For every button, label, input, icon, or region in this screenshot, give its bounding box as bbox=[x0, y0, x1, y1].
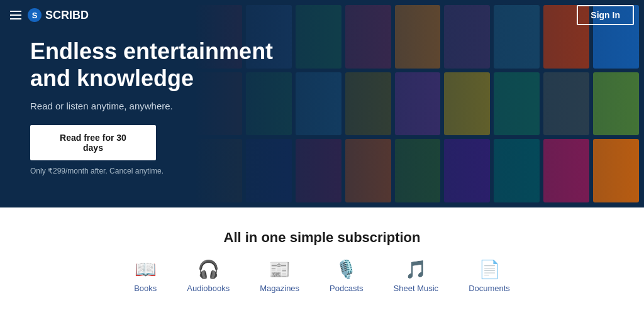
audiobooks-label: Audiobooks bbox=[187, 284, 230, 293]
books-label: Books bbox=[134, 284, 157, 293]
category-audiobooks[interactable]: 🎧Audiobooks bbox=[187, 261, 230, 293]
subscription-title: All in one simple subscription bbox=[224, 229, 421, 246]
hero-subtitle: Read or listen anytime, anywhere. bbox=[30, 101, 282, 111]
podcasts-label: Podcasts bbox=[330, 284, 363, 293]
category-books[interactable]: 📖Books bbox=[134, 261, 157, 293]
books-icon: 📖 bbox=[135, 261, 157, 279]
sign-in-button[interactable]: Sign In bbox=[577, 5, 634, 25]
scribd-logo-text: SCRIBD bbox=[45, 9, 89, 22]
header-left: S SCRIBD bbox=[10, 8, 89, 22]
category-podcasts[interactable]: 🎙️Podcasts bbox=[330, 261, 363, 293]
hamburger-menu-button[interactable] bbox=[10, 11, 21, 19]
audiobooks-icon: 🎧 bbox=[197, 261, 219, 279]
category-sheet-music[interactable]: 🎵Sheet Music bbox=[394, 261, 439, 293]
hero-section: S SCRIBD Sign In Endless entertainment a… bbox=[0, 0, 644, 207]
documents-icon: 📄 bbox=[479, 261, 501, 279]
categories-list: 📖Books🎧Audiobooks📰Magazines🎙️Podcasts🎵Sh… bbox=[134, 261, 510, 293]
podcasts-icon: 🎙️ bbox=[335, 261, 357, 279]
documents-label: Documents bbox=[469, 284, 510, 293]
magazines-label: Magazines bbox=[260, 284, 299, 293]
sheet-music-icon: 🎵 bbox=[405, 261, 427, 279]
cta-button[interactable]: Read free for 30 days bbox=[30, 125, 156, 160]
scribd-logo[interactable]: S SCRIBD bbox=[28, 8, 89, 22]
hero-content: Endless entertainment and knowledge Read… bbox=[30, 38, 282, 175]
hero-title: Endless entertainment and knowledge bbox=[30, 38, 282, 92]
magazines-icon: 📰 bbox=[269, 261, 291, 279]
scribd-logo-icon: S bbox=[28, 8, 42, 22]
header: S SCRIBD Sign In bbox=[0, 0, 644, 30]
category-magazines[interactable]: 📰Magazines bbox=[260, 261, 299, 293]
sheet-music-label: Sheet Music bbox=[394, 284, 439, 293]
category-documents[interactable]: 📄Documents bbox=[469, 261, 510, 293]
subscription-section: All in one simple subscription 📖Books🎧Au… bbox=[0, 207, 644, 315]
cta-note: Only ₹299/month after. Cancel anytime. bbox=[30, 167, 282, 175]
